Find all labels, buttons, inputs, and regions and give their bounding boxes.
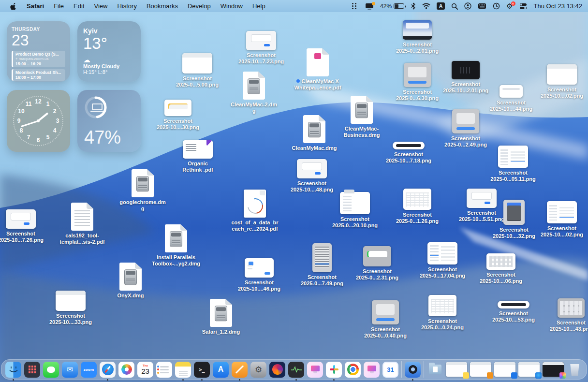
dock-launchpad[interactable] (24, 362, 40, 378)
menu-window[interactable]: Window (216, 0, 247, 12)
dock-firefox[interactable] (269, 362, 285, 378)
dock-notes[interactable] (175, 362, 191, 378)
dock-downloads-folder[interactable] (427, 362, 443, 378)
app-menu-safari[interactable]: Safari (22, 0, 48, 12)
desktop-icon-screenshot[interactable]: Screenshot2025-10...7.18.png (385, 142, 432, 164)
desktop-icon-screenshot[interactable]: Screenshot2025-0...2.01.png (394, 20, 441, 54)
finder-face-icon (8, 366, 19, 373)
dock-system-settings[interactable]: ⚙ (250, 362, 266, 378)
battery-widget[interactable]: 47% (77, 90, 141, 152)
clock-widget[interactable]: 1 2 3 4 5 6 7 8 9 10 11 12 (7, 90, 70, 152)
menu-bookmarks[interactable]: Bookmarks (142, 0, 182, 12)
menu-develop[interactable]: Develop (183, 0, 215, 12)
desktop-icon-screenshot[interactable]: Screenshot2025-10....02.png (539, 64, 585, 99)
dock-screenshot-app[interactable] (405, 362, 421, 378)
minimized-window-pages[interactable] (470, 362, 491, 377)
dock-finder[interactable] (5, 362, 21, 378)
dock-safari[interactable] (100, 362, 116, 378)
dots-grid-icon[interactable] (351, 0, 360, 12)
desktop-icon-screenshot[interactable]: Screenshot2025-0...17.04.png (419, 242, 466, 279)
settings-gear-icon[interactable]: ⚙ ✕ (505, 0, 514, 12)
dock-messages[interactable] (43, 362, 59, 378)
dock-photos[interactable] (118, 362, 134, 378)
weather-widget[interactable]: Kyiv 13° ☁ Mostly Cloudy H:15° L:8° (77, 21, 141, 82)
desktop-icon-screenshot[interactable]: Screenshot2025-10...2.01.png (442, 61, 489, 94)
dock-slack[interactable] (326, 362, 342, 378)
calendar-day: 23 (12, 32, 65, 48)
desktop-icon-screenshot[interactable]: Screenshot2025-10....53.png (490, 301, 537, 323)
desktop-icon-screenshot[interactable]: Screenshot2025-0...20.10.png (332, 192, 378, 229)
desktop-icon-screenshot[interactable]: Screenshot2025-10....06.png (478, 253, 524, 284)
desktop-icon-screenshot[interactable]: Screenshot2025-0...1.26.png (394, 189, 441, 224)
desktop-icon-screenshot[interactable]: Screenshot2025-10....48.png (289, 159, 335, 193)
desktop-icon-screenshot[interactable]: Screenshot2025-0...0.24.png (419, 295, 466, 331)
desktop-icon-screenshot[interactable]: Screenshot2025-10...7.26.png (0, 209, 44, 243)
desktop-icon-dmg[interactable]: Safari_1.2.dmg (198, 299, 244, 335)
desktop-icon-dmg[interactable]: CleanMyMac.dmg (291, 115, 338, 151)
dock-cleanmymac-x[interactable] (364, 362, 380, 378)
dock-mail[interactable]: ✉ (62, 362, 78, 378)
desktop-icon-screenshot[interactable]: Screenshot2025-10....30.png (155, 100, 201, 131)
desktop-icon-screenshot[interactable]: Screenshot2025-10....46.png (236, 258, 282, 292)
desktop-icon-dmg[interactable]: CleanMyMac-Business.dmg (338, 96, 385, 138)
desktop-icon-screenshot[interactable]: Screenshot2025-0...5.00.png (174, 53, 220, 88)
dock-activity-monitor[interactable] (288, 362, 304, 378)
desktop-icon-screenshot[interactable]: Screenshot2025-0...05.11.png (490, 146, 536, 182)
desktop-icon-screenshot[interactable]: Screenshot2025-0...2.31.png (354, 246, 400, 281)
desktop-icon-screenshot[interactable]: Screenshot2025-10....02.png (539, 201, 585, 238)
menu-view[interactable]: View (90, 0, 112, 12)
desktop-icon-pdf[interactable]: cost_of_a_data_breach_re...2024.pdf (232, 190, 278, 232)
png-thumbnail (452, 61, 480, 79)
menu-history[interactable]: History (113, 0, 141, 12)
menu-bar-clock[interactable]: Thu Oct 23 13:42 (532, 2, 582, 10)
dock-pen-app[interactable] (232, 362, 248, 378)
calendar-event[interactable]: Moonlock Product Sh... 16:00 – 17:00 (12, 69, 65, 81)
desktop-icon-screenshot[interactable]: Screenshot2025-0...0.40.png (362, 300, 409, 339)
user-account-icon[interactable] (463, 0, 473, 12)
minimized-window-dark[interactable] (543, 362, 564, 377)
desktop-icon-screenshot[interactable]: Screenshot2025-10....43.png (548, 298, 588, 332)
dock-reminders[interactable] (156, 362, 172, 378)
desktop-icon-pdf[interactable]: CleanMyMac XWhitepa...ence.pdf (294, 48, 341, 91)
input-source-icon[interactable]: A (435, 0, 446, 12)
desktop-icon-dmg[interactable]: googlechrome.dmg (119, 169, 166, 212)
dock-trash[interactable] (567, 362, 583, 378)
minimized-window-stickies[interactable] (446, 362, 467, 377)
bluetooth-icon[interactable] (409, 0, 417, 12)
menu-file[interactable]: File (49, 0, 68, 12)
apple-menu[interactable] (6, 0, 21, 12)
spotlight-search-icon[interactable] (450, 0, 459, 12)
desktop-icon-dmg[interactable]: CleanMyMac-2.dmg (231, 72, 277, 114)
calendar-widget[interactable]: THURSDAY 23 Product Demo Q3 (S... ⌖ macp… (7, 21, 70, 82)
wifi-icon[interactable] (421, 0, 432, 12)
dock-zoom[interactable]: zoom (81, 362, 97, 378)
desktop-icon-screenshot[interactable]: Screenshot2025-10....33.png (47, 291, 94, 325)
calendar-event[interactable]: Product Demo Q3 (S... ⌖ macpaw.zoom.us 1… (12, 51, 65, 67)
desktop-icon-pdf[interactable]: cals192_tool-templat...sis-2.pdf (59, 203, 105, 245)
desktop-icon-screenshot[interactable]: Screenshot2025-10....44.png (488, 85, 534, 112)
menu-edit[interactable]: Edit (69, 0, 88, 12)
minimized-window-blue-app[interactable] (494, 362, 515, 377)
desktop-icon-screenshot[interactable]: Screenshot2025-0...7.49.png (299, 243, 345, 287)
dock-calendar[interactable]: Thu23 (137, 362, 153, 378)
time-machine-icon[interactable] (491, 0, 501, 12)
display-status-icon[interactable] (364, 0, 375, 12)
desktop-icon-screenshot[interactable]: Screenshot2025-0...2.49.png (442, 109, 489, 148)
dock-google-calendar[interactable]: 31 (382, 362, 398, 378)
dock-terminal[interactable]: >_ (194, 362, 210, 378)
desktop-icon-pdf[interactable]: OrganicRethink .pdf (175, 140, 221, 173)
control-center-icon[interactable] (518, 0, 529, 12)
dock-cleanmymac[interactable] (307, 362, 323, 378)
png-thumbnail (428, 295, 456, 316)
desktop-icon-dmg[interactable]: Install ParallelsToolbox-...yg2.dmg (153, 224, 199, 267)
dock-app-store[interactable]: A (213, 362, 229, 378)
menu-help[interactable]: Help (248, 0, 270, 12)
desktop-icon-screenshot[interactable]: Screenshot2025-10....32.png (491, 200, 537, 239)
dock-chrome[interactable] (345, 362, 361, 378)
minimized-window-safari[interactable] (518, 362, 540, 377)
desktop-icon-dmg[interactable]: OnyX.dmg (107, 263, 154, 299)
desktop-icon-screenshot[interactable]: Screenshot2025-0...6.30.png (394, 63, 441, 102)
battery-status[interactable]: 42% (379, 0, 406, 12)
desktop-icon-screenshot[interactable]: Screenshot2025-10...7.23.png (238, 31, 284, 65)
keyboard-viewer-icon[interactable] (476, 0, 488, 12)
